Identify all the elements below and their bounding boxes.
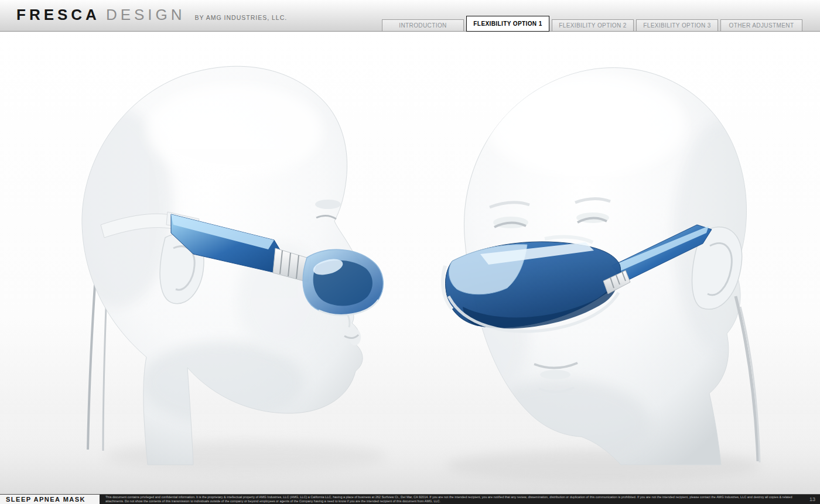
render-canvas	[0, 32, 820, 494]
brand-byline: BY AMG INDUSTRIES, LLC.	[195, 14, 288, 21]
legal-bar: This document contains privileged and co…	[100, 495, 820, 504]
brand-name: FRESCA	[16, 6, 100, 24]
left-head-render	[62, 66, 383, 465]
footer-bar: SLEEP APNEA MASK This document contains …	[0, 494, 820, 504]
tab-other-adjustment[interactable]: OTHER ADJUSTMENT	[720, 19, 802, 31]
tab-flexibility-option-3[interactable]: FLEXIBILITY OPTION 3	[636, 19, 718, 31]
legal-disclaimer: This document contains privileged and co…	[105, 495, 802, 503]
page-number: 13	[809, 496, 815, 502]
slide-page: FRESCA DESIGN BY AMG INDUSTRIES, LLC. IN…	[0, 0, 820, 504]
brand: FRESCA DESIGN BY AMG INDUSTRIES, LLC.	[16, 6, 287, 24]
tab-flexibility-option-2[interactable]: FLEXIBILITY OPTION 2	[552, 19, 634, 31]
tab-introduction[interactable]: INTRODUCTION	[382, 19, 464, 31]
right-head-render	[443, 68, 779, 468]
tab-flexibility-option-1[interactable]: FLEXIBILITY OPTION 1	[466, 16, 549, 32]
tab-bar: INTRODUCTION FLEXIBILITY OPTION 1 FLEXIB…	[382, 16, 802, 31]
header-bar: FRESCA DESIGN BY AMG INDUSTRIES, LLC. IN…	[0, 0, 820, 32]
mask-concept-render	[0, 32, 820, 494]
brand-type: DESIGN	[106, 6, 186, 24]
product-title: SLEEP APNEA MASK	[0, 495, 100, 504]
